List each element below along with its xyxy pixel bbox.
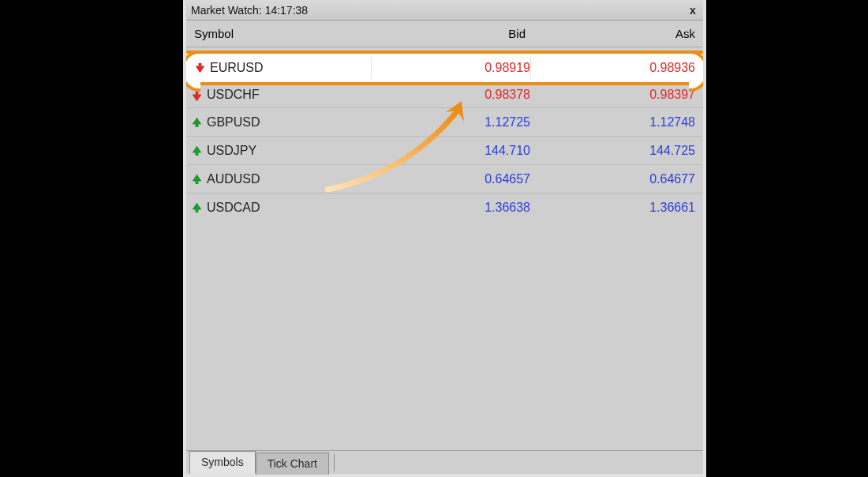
header-bid: Bid	[508, 27, 526, 40]
ask-value: 1.12748	[530, 115, 695, 130]
close-icon: x	[690, 4, 696, 17]
titlebar: Market Watch: 14:17:38 x	[186, 0, 703, 21]
tab-symbols[interactable]: Symbols	[189, 451, 256, 474]
arrow-up-icon	[191, 202, 202, 213]
symbol-label: GBPUSD	[207, 115, 260, 130]
arrow-up-icon	[191, 145, 202, 156]
tab-tick-chart[interactable]: Tick Chart	[256, 453, 329, 475]
arrow-up-icon	[191, 174, 202, 185]
table-row[interactable]: AUDUSD 0.64657 0.64677	[186, 164, 703, 193]
ask-value: 0.64677	[530, 172, 695, 186]
tab-separator	[334, 454, 335, 471]
bid-value: 0.98919	[372, 61, 530, 75]
arrow-up-icon	[191, 117, 202, 128]
symbol-label: USDCAD	[207, 201, 260, 215]
svg-rect-5	[195, 208, 198, 212]
window-title: Market Watch: 14:17:38	[191, 4, 308, 17]
ask-value: 144.725	[530, 144, 695, 158]
header-ask: Ask	[675, 27, 695, 40]
column-headers: Symbol Bid Ask	[186, 21, 703, 47]
table-row[interactable]: EURUSD 0.98919 0.98936	[186, 51, 703, 85]
symbol-label: AUDUSD	[207, 172, 260, 186]
ask-value: 0.98397	[530, 88, 695, 102]
svg-rect-2	[195, 123, 198, 127]
symbol-label: USDJPY	[207, 144, 256, 158]
symbol-label: EURUSD	[210, 61, 264, 75]
ask-value: 0.98936	[530, 61, 695, 75]
close-button[interactable]: x	[686, 3, 700, 17]
svg-rect-1	[195, 92, 198, 96]
bid-value: 1.36638	[372, 201, 530, 215]
bid-value: 1.12725	[372, 115, 530, 130]
svg-rect-3	[195, 152, 198, 156]
bid-value: 144.710	[372, 144, 530, 158]
svg-rect-0	[198, 63, 201, 67]
table-row[interactable]: USDJPY 144.710 144.725	[186, 136, 703, 164]
arrow-down-icon	[194, 62, 205, 73]
bottom-tabs: Symbols Tick Chart	[186, 450, 703, 474]
header-symbol: Symbol	[194, 27, 234, 40]
table-row[interactable]: USDCHF 0.98378 0.98397	[186, 85, 703, 107]
bid-value: 0.64657	[372, 172, 530, 186]
quote-list: EURUSD 0.98919 0.98936 USDCHF 0.98378 0.…	[186, 47, 703, 450]
table-row[interactable]: GBPUSD 1.12725 1.12748	[186, 107, 703, 136]
svg-rect-4	[195, 180, 198, 184]
table-row[interactable]: USDCAD 1.36638 1.36661	[186, 193, 703, 221]
symbol-label: USDCHF	[207, 88, 260, 102]
ask-value: 1.36661	[530, 201, 695, 215]
bid-value: 0.98378	[372, 88, 530, 102]
arrow-down-icon	[191, 91, 202, 102]
market-watch-window: Market Watch: 14:17:38 x Symbol Bid Ask	[183, 0, 706, 477]
